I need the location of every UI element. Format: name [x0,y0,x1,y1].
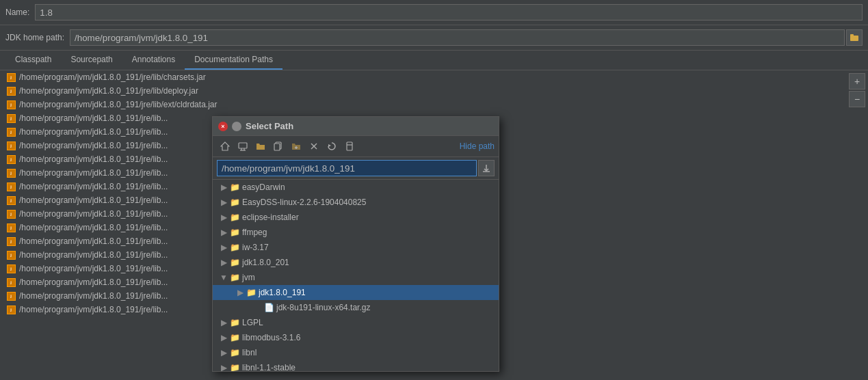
name-input[interactable] [35,4,863,21]
list-item: j /home/program/jvm/jdk1.8.0_191/jre/lib… [0,84,846,98]
path-text: /home/program/jvm/jdk1.8.0_191/jre/lib..… [19,291,168,301]
jar-icon: j [5,99,16,110]
jar-icon: j [5,249,16,260]
tree-item-eclipse[interactable]: ▶ 📁 eclipse-installer [213,210,499,225]
side-buttons: + − [846,70,868,380]
tree-item-iw[interactable]: ▶ 📁 iw-3.17 [213,240,499,255]
modal-minimize-button[interactable] [232,122,241,131]
path-text: /home/program/jvm/jdk1.8.0_191/jre/lib..… [19,168,168,178]
modal-path-input[interactable] [217,160,477,176]
remove-path-button[interactable]: − [849,91,865,107]
tree-item-ffmpeg[interactable]: ▶ 📁 ffmpeg [213,225,499,240]
folder-icon: 📁 [229,317,240,328]
bookmark-button[interactable] [341,139,358,154]
jar-icon: j [5,290,16,301]
path-action-button[interactable] [478,160,495,176]
tree-item-jdk191[interactable]: ▶ 📁 jdk1.8.0_191 [213,285,499,300]
desktop-icon [238,141,248,151]
path-text: /home/program/jvm/jdk1.8.0_191/jre/lib..… [19,195,168,205]
jar-icon: j [5,126,16,137]
folder-icon [256,141,265,151]
chevron-right-icon: ▶ [218,333,229,342]
file-icon: 📄 [263,302,274,313]
jar-icon: j [5,277,16,288]
modal-toolbar: Hide path [213,136,499,157]
tree-item-libnl-stable[interactable]: ▶ 📁 libnl-1.1-stable [213,360,499,371]
path-text: /home/program/jvm/jdk1.8.0_191/jre/lib..… [19,305,168,314]
bookmark-icon [345,141,354,151]
folder-icon: 📁 [229,242,240,253]
tab-documentation[interactable]: Documentation Paths [185,51,282,70]
path-text: /home/program/jvm/jdk1.8.0_191/jre/lib..… [19,127,168,137]
jar-icon: j [5,154,16,165]
chevron-right-icon: ▶ [218,348,229,357]
tab-sourcepath[interactable]: Sourcepath [61,51,122,70]
delete-button[interactable] [306,139,322,154]
modal-title: Select Path [246,121,493,131]
chevron-right-icon: ▶ [218,182,229,192]
chevron-down-icon: ▼ [218,273,229,282]
path-text: /home/program/jvm/jdk1.8.0_191/jre/lib..… [19,113,168,123]
path-text: /home/program/jvm/jdk1.8.0_191/jre/lib..… [19,141,168,150]
add-path-button[interactable]: + [849,73,865,90]
tree-item-label: libmodbus-3.1.6 [242,333,300,342]
folder-icon: 📁 [229,362,240,371]
path-text: /home/program/jvm/jdk1.8.0_191/jre/lib..… [19,209,168,219]
tree-item-easydss[interactable]: ▶ 📁 EasyDSS-linux-2.2.6-1904040825 [213,195,499,210]
name-label: Name: [5,8,29,17]
path-text: /home/program/jvm/jdk1.8.0_191/jre/lib..… [19,223,168,232]
chevron-right-icon: ▶ [218,258,229,267]
tree-item-tarball[interactable]: ▶ 📄 jdk-8u191-linux-x64.tar.gz [213,300,499,315]
tree-item-libmodbus[interactable]: ▶ 📁 libmodbus-3.1.6 [213,330,499,345]
copy-button[interactable] [270,139,287,154]
modal-titlebar: × Select Path [213,117,499,136]
jar-icon: j [5,72,16,83]
path-text: /home/program/jvm/jdk1.8.0_191/jre/lib..… [19,277,168,287]
select-path-dialog: × Select Path [212,116,499,372]
tree-item-libnl[interactable]: ▶ 📁 libnl [213,345,499,360]
folder-icon: 📁 [229,257,240,268]
refresh-button[interactable] [324,139,340,154]
svg-rect-1 [850,34,854,36]
tree-item-jvm[interactable]: ▼ 📁 jvm [213,270,499,285]
jar-icon: j [5,167,16,178]
jdk-browse-button[interactable] [846,29,863,46]
jdk-row: JDK home path: [0,25,868,51]
modal-path-input-row [213,157,499,180]
jdk-label: JDK home path: [5,33,64,42]
home-button[interactable] [217,139,233,154]
tree-item-label: jdk1.8.0_201 [242,258,289,267]
tree-item-lgpl[interactable]: ▶ 📁 LGPL [213,315,499,330]
modal-close-button[interactable]: × [218,122,228,131]
tree-item-label: EasyDSS-linux-2.2.6-1904040825 [242,198,366,207]
tab-annotations[interactable]: Annotations [122,51,185,70]
desktop-button[interactable] [235,139,251,154]
home-icon [220,141,230,151]
tab-classpath[interactable]: Classpath [5,51,61,70]
modal-tree[interactable]: ▶ 📁 easyDarwin ▶ 📁 EasyDSS-linux-2.2.6-1… [213,180,499,371]
chevron-right-icon: ▶ [218,198,229,207]
tree-item-label: jvm [242,273,255,282]
jar-icon: j [5,263,16,274]
tree-item-easydarwin[interactable]: ▶ 📁 easyDarwin [213,180,499,195]
jar-icon: j [5,85,16,96]
path-text: /home/program/jvm/jdk1.8.0_191/jre/lib/d… [19,86,198,96]
folder-icon: 📁 [229,272,240,283]
path-text: /home/program/jvm/jdk1.8.0_191/jre/lib/e… [19,100,217,109]
tabs-row: Classpath Sourcepath Annotations Documen… [0,51,868,70]
folder-icon: 📁 [229,332,240,343]
svg-rect-3 [239,143,247,148]
hide-path-link[interactable]: Hide path [460,141,495,151]
folder-icon: 📁 [229,347,240,358]
delete-icon [309,141,319,151]
tree-item-jdk201[interactable]: ▶ 📁 jdk1.8.0_201 [213,255,499,270]
tree-item-label: LGPL [242,318,263,327]
download-icon [482,164,490,172]
new-folder-button[interactable] [288,139,304,154]
folder-button[interactable] [252,139,269,154]
jdk-path-input[interactable] [70,29,845,46]
folder-browse-icon [850,33,858,42]
list-item: j /home/program/jvm/jdk1.8.0_191/jre/lib… [0,98,846,111]
jar-icon: j [5,208,16,219]
tree-item-label: libnl-1.1-stable [242,363,295,371]
